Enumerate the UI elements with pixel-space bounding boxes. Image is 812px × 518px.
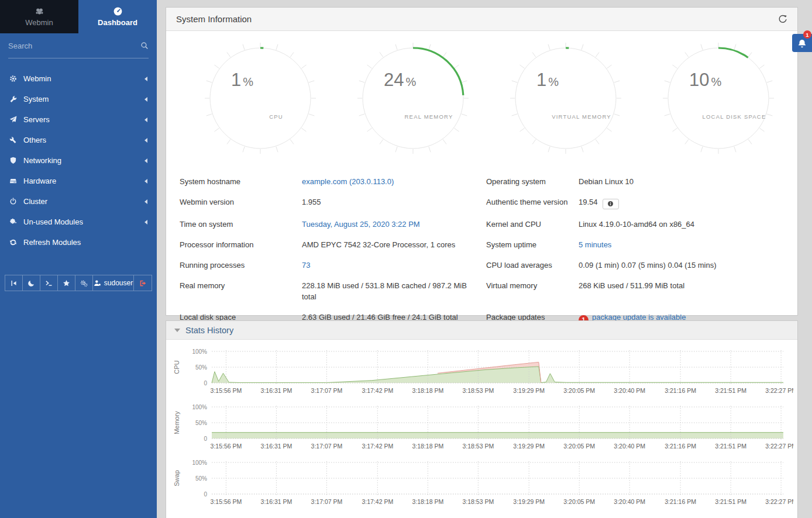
svg-text:CPU: CPU <box>173 360 180 374</box>
sidebar-item-hardware[interactable]: Hardware <box>0 171 157 191</box>
caret-left-icon <box>144 199 147 204</box>
hdd-icon <box>9 177 23 185</box>
caret-left-icon <box>144 158 147 163</box>
stats-history-title: Stats History <box>185 326 233 335</box>
terminal-button[interactable] <box>40 275 58 291</box>
svg-text:100%: 100% <box>192 404 207 410</box>
sidebar-toolbar: sudouser <box>5 275 152 291</box>
svg-text:3:20:40 PM: 3:20:40 PM <box>614 443 645 450</box>
night-mode-button[interactable] <box>23 275 40 291</box>
info-value-link[interactable]: 73 <box>302 261 310 270</box>
info-value-text: 0.09 (1 min) 0.07 (5 mins) 0.04 (15 mins… <box>579 261 717 270</box>
svg-text:50%: 50% <box>195 475 207 482</box>
svg-text:3:15:56 PM: 3:15:56 PM <box>211 498 242 505</box>
collapse-icon <box>10 279 18 287</box>
sidebar-item-label: Refresh Modules <box>23 238 81 247</box>
info-value-link[interactable]: example.com (203.0.113.0) <box>302 177 394 186</box>
svg-text:3:17:07 PM: 3:17:07 PM <box>311 498 343 505</box>
svg-text:1%: 1% <box>231 70 253 90</box>
sidebar-item-cluster[interactable]: Cluster <box>0 191 157 212</box>
gauge-dial: 1%VIRTUAL MEMORY <box>510 43 621 154</box>
wrench-icon <box>9 95 23 103</box>
stats-history-panel: Stats History 100%50%03:15:56 PM3:16:31 … <box>166 320 798 518</box>
user-icon <box>94 279 101 287</box>
caret-left-icon <box>144 220 147 225</box>
tab-webmin[interactable]: Webmin <box>0 0 78 33</box>
svg-text:0: 0 <box>204 491 207 498</box>
caret-left-icon <box>144 179 147 184</box>
bell-icon <box>797 39 807 48</box>
svg-text:3:19:29 PM: 3:19:29 PM <box>513 498 545 505</box>
info-label: System hostname <box>180 171 302 192</box>
info-value-running-processes: 73 <box>302 255 486 275</box>
info-label: Webmin version <box>180 192 302 214</box>
svg-text:3:17:42 PM: 3:17:42 PM <box>362 387 393 394</box>
info-value-cpu-load-averages: 0.09 (1 min) 0.07 (5 mins) 0.04 (15 mins… <box>579 255 792 275</box>
info-value-text: 19.54 <box>579 198 598 206</box>
sidebar-item-label: Servers <box>23 115 50 124</box>
caret-left-icon <box>144 118 147 122</box>
sidebar-item-un-used-modules[interactable]: Un-used Modules <box>0 212 157 232</box>
tab-webmin-label: Webmin <box>25 18 53 27</box>
sidebar-item-label: Cluster <box>23 197 47 206</box>
username-label: sudouser <box>104 279 133 287</box>
info-value-link[interactable]: Tuesday, August 25, 2020 3:22 PM <box>302 220 420 229</box>
svg-text:3:15:56 PM: 3:15:56 PM <box>211 443 242 450</box>
sidebar-tabs: Webmin Dashboard <box>0 0 157 33</box>
svg-text:24%: 24% <box>384 70 416 90</box>
sidebar-item-networking[interactable]: Networking <box>0 150 157 171</box>
collapse-sidebar-button[interactable] <box>5 275 23 291</box>
favorites-button[interactable] <box>58 275 75 291</box>
notifications-button[interactable]: 1 <box>792 34 812 52</box>
search-icon[interactable] <box>140 42 149 50</box>
info-value-text: 268 KiB used / 511.99 MiB total <box>579 281 684 290</box>
svg-text:Swap: Swap <box>173 470 180 486</box>
gauge-dial: 1%CPU <box>205 43 316 154</box>
search-input[interactable] <box>8 42 140 50</box>
info-value-link[interactable]: 5 minutes <box>579 240 611 249</box>
tab-dashboard[interactable]: Dashboard <box>78 0 157 33</box>
info-value-text: 1.955 <box>302 198 321 206</box>
refresh-button[interactable] <box>778 15 787 24</box>
svg-text:3:21:16 PM: 3:21:16 PM <box>665 498 696 505</box>
refresh-arrow-icon <box>778 15 787 24</box>
sidebar-item-others[interactable]: Others <box>0 130 157 150</box>
webmin-logo-icon <box>35 6 44 16</box>
info-value-text: Linux 4.19.0-10-amd64 on x86_64 <box>579 220 694 229</box>
sidebar-item-refresh-modules[interactable]: Refresh Modules <box>0 232 157 253</box>
sidebar-item-servers[interactable]: Servers <box>0 109 157 130</box>
info-value-authentic-theme-version: 19.54 <box>579 192 792 214</box>
info-value-operating-system: Debian Linux 10 <box>579 171 792 192</box>
sidebar-item-label: Webmin <box>23 74 51 83</box>
sidebar-item-label: Networking <box>23 156 61 165</box>
system-info-table: System hostnameexample.com (203.0.113.0)… <box>166 154 797 330</box>
sidebar-item-webmin[interactable]: Webmin <box>0 68 157 89</box>
svg-text:3:20:05 PM: 3:20:05 PM <box>563 443 595 450</box>
sidebar-item-system[interactable]: System <box>0 89 157 109</box>
sidebar-item-label: Hardware <box>23 177 56 185</box>
theme-info-button[interactable] <box>603 199 619 209</box>
caret-left-icon <box>144 77 147 81</box>
svg-text:3:17:07 PM: 3:17:07 PM <box>311 443 343 450</box>
svg-text:1%: 1% <box>536 70 559 90</box>
puzzle-icon <box>9 218 23 226</box>
svg-text:3:20:05 PM: 3:20:05 PM <box>563 498 595 505</box>
stats-history-header[interactable]: Stats History <box>166 321 797 340</box>
panel-header: System Information <box>166 8 797 31</box>
svg-text:50%: 50% <box>195 364 207 371</box>
info-label: CPU load averages <box>486 255 579 275</box>
logout-button[interactable] <box>134 275 152 291</box>
info-value-kernel-and-cpu: Linux 4.19.0-10-amd64 on x86_64 <box>579 214 792 234</box>
wrench-alt-icon <box>9 136 23 144</box>
svg-text:3:18:53 PM: 3:18:53 PM <box>462 387 494 394</box>
svg-text:3:16:31 PM: 3:16:31 PM <box>261 443 293 450</box>
notification-count-badge: 1 <box>803 30 811 39</box>
refresh-icon <box>9 239 23 246</box>
svg-text:0: 0 <box>204 380 207 386</box>
theme-config-button[interactable] <box>75 275 93 291</box>
gauge-real-memory: 24%REAL MEMORY <box>336 43 489 154</box>
stats-charts: 100%50%03:15:56 PM3:16:31 PM3:17:07 PM3:… <box>166 340 797 514</box>
user-button[interactable]: sudouser <box>93 275 134 291</box>
info-label: Virtual memory <box>486 275 579 307</box>
svg-text:Memory: Memory <box>173 411 180 434</box>
